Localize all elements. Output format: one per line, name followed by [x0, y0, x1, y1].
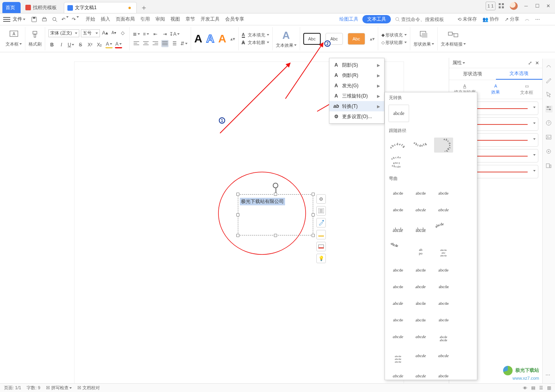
- command-search-input[interactable]: [400, 16, 448, 23]
- indent-icon[interactable]: ⇥: [161, 31, 168, 38]
- wordart-gallery-more[interactable]: ▴▾: [230, 36, 235, 42]
- svg-rect-1: [502, 3, 504, 5]
- svg-text:A: A: [12, 32, 15, 36]
- superscript-icon[interactable]: X²: [86, 41, 94, 48]
- align-left-icon[interactable]: [133, 40, 140, 47]
- highlight-icon[interactable]: A: [105, 41, 113, 48]
- text-outline-button[interactable]: A 文本轮廓: [242, 40, 269, 46]
- menu-dev[interactable]: 开发工具: [201, 16, 220, 23]
- format-painter-icon[interactable]: [31, 31, 39, 40]
- qat-redo-icon[interactable]: ↷: [72, 16, 78, 23]
- shrink-font-icon[interactable]: A▾: [110, 29, 117, 36]
- menu-ref[interactable]: 引用: [140, 16, 150, 23]
- qat-print-icon[interactable]: [41, 16, 48, 23]
- ribbon-shape-format-group: ◆ 形状填充 ◇ 形状轮廓: [378, 27, 410, 50]
- svg-point-8: [53, 17, 56, 21]
- shape-fill-button[interactable]: ◆ 形状填充: [381, 32, 407, 38]
- user-avatar[interactable]: [510, 2, 518, 10]
- apps-icon[interactable]: [496, 2, 507, 10]
- strike-icon[interactable]: S: [77, 41, 84, 48]
- format-painter-button[interactable]: 格式刷: [29, 41, 42, 47]
- svg-line-11: [398, 20, 400, 21]
- shape-effects-button[interactable]: 形状效果: [413, 41, 434, 47]
- window-maximize[interactable]: ☐: [532, 2, 542, 10]
- numbering-icon[interactable]: ≡: [142, 31, 149, 38]
- ribbon-font-group: 宋体 (正文) 五号 A▴ A▾ ◇ B I U S X² X₂ A A: [45, 27, 130, 50]
- wordart-style-3[interactable]: A: [218, 33, 226, 45]
- italic-icon[interactable]: I: [58, 41, 65, 48]
- svg-rect-5: [33, 17, 35, 19]
- tab-template-store[interactable]: 找稻壳模板: [22, 2, 62, 13]
- text-effects-icon: A: [282, 29, 290, 42]
- search-icon: [395, 17, 400, 22]
- hamburger-icon[interactable]: [3, 17, 10, 22]
- svg-rect-7: [43, 17, 46, 19]
- coop-button[interactable]: 👥 协作: [482, 16, 499, 23]
- text-direction-icon[interactable]: ↧A: [171, 31, 178, 38]
- line-spacing-icon[interactable]: ⇵: [180, 40, 188, 47]
- ribbon-shape-effects-group: 形状效果: [410, 27, 438, 50]
- window-minimize[interactable]: ─: [521, 2, 531, 10]
- shape-style-more[interactable]: ▴▾: [370, 36, 375, 42]
- new-tab-button[interactable]: ＋: [138, 2, 149, 13]
- wordart-style-2[interactable]: A: [206, 33, 214, 45]
- outdent-icon[interactable]: ⇤: [152, 31, 159, 38]
- menu-review[interactable]: 审阅: [155, 16, 165, 23]
- shape-style-1[interactable]: Abc: [303, 33, 321, 45]
- menu-layout[interactable]: 页面布局: [116, 16, 135, 23]
- font-color-icon[interactable]: A: [115, 41, 122, 48]
- more-icon[interactable]: ⋯: [535, 17, 540, 22]
- drawing-tools-tab[interactable]: 绘图工具: [339, 16, 358, 23]
- unsaved-dot-icon: [128, 7, 131, 9]
- file-menu[interactable]: 文件: [13, 16, 25, 23]
- align-center-icon[interactable]: [142, 40, 149, 47]
- font-size-select[interactable]: 五号: [81, 29, 100, 37]
- qat-undo-icon[interactable]: ↶: [62, 16, 68, 23]
- textbox-button[interactable]: 文本框: [6, 41, 22, 47]
- text-fill-button[interactable]: A 文本填充: [242, 32, 269, 38]
- window-close[interactable]: ✕: [543, 2, 553, 10]
- docer-icon: [25, 5, 31, 10]
- ribbon-textbox-link-group: 文本框链接: [438, 27, 469, 50]
- layout-indicator[interactable]: 1 1: [486, 2, 496, 10]
- menu-vip[interactable]: 会员专享: [225, 16, 244, 23]
- qat-save-icon[interactable]: [31, 16, 37, 23]
- ribbon-wordart-quick-group: A A A ▴▾: [191, 27, 239, 50]
- shape-outline-button[interactable]: ◇ 形状轮廓: [381, 40, 407, 46]
- underline-icon[interactable]: U: [67, 41, 75, 48]
- ribbon-shape-styles-group: Abc Abc Abc ▴▾: [300, 27, 378, 50]
- menu-view[interactable]: 视图: [170, 16, 180, 23]
- ribbon-textbox-group: A 文本框: [2, 27, 25, 50]
- align-right-icon[interactable]: [152, 40, 159, 47]
- bold-icon[interactable]: B: [48, 41, 56, 48]
- svg-rect-2: [499, 6, 501, 8]
- qat-preview-icon[interactable]: [52, 16, 58, 23]
- share-button[interactable]: ↗ 分享: [505, 16, 519, 23]
- svg-rect-14: [33, 31, 37, 34]
- menu-start[interactable]: 开始: [86, 16, 95, 23]
- tab-document[interactable]: 文字文稿1: [64, 2, 137, 13]
- unsaved-indicator[interactable]: ⟲ 未保存: [457, 16, 477, 23]
- quick-access-toolbar: ↶ ↷: [31, 16, 78, 23]
- textbox-link-button[interactable]: 文本框链接: [441, 41, 466, 47]
- align-justify-icon[interactable]: [161, 40, 168, 47]
- bullets-icon[interactable]: ≣: [133, 31, 140, 38]
- clear-format-icon[interactable]: ◇: [119, 29, 126, 36]
- subscript-icon[interactable]: X₂: [96, 41, 103, 48]
- menu-insert[interactable]: 插入: [101, 16, 110, 23]
- wordart-style-1[interactable]: A: [194, 33, 202, 45]
- font-name-select[interactable]: 宋体 (正文): [48, 29, 79, 37]
- shape-style-3[interactable]: Abc: [348, 33, 365, 45]
- svg-line-9: [56, 20, 57, 22]
- svg-rect-30: [448, 32, 452, 35]
- distribute-icon[interactable]: ☰: [171, 40, 178, 47]
- grow-font-icon[interactable]: A▴: [101, 29, 109, 36]
- text-tools-tab[interactable]: 文本工具: [362, 15, 391, 23]
- textbox-icon[interactable]: A: [10, 31, 18, 40]
- menu-section[interactable]: 章节: [186, 16, 195, 23]
- svg-rect-0: [499, 3, 501, 5]
- tab-home[interactable]: 首页: [2, 2, 21, 13]
- command-search[interactable]: [395, 16, 448, 23]
- text-effects-button[interactable]: 文本效果: [276, 42, 297, 48]
- ribbon-collapse-icon[interactable]: ︿: [525, 16, 530, 23]
